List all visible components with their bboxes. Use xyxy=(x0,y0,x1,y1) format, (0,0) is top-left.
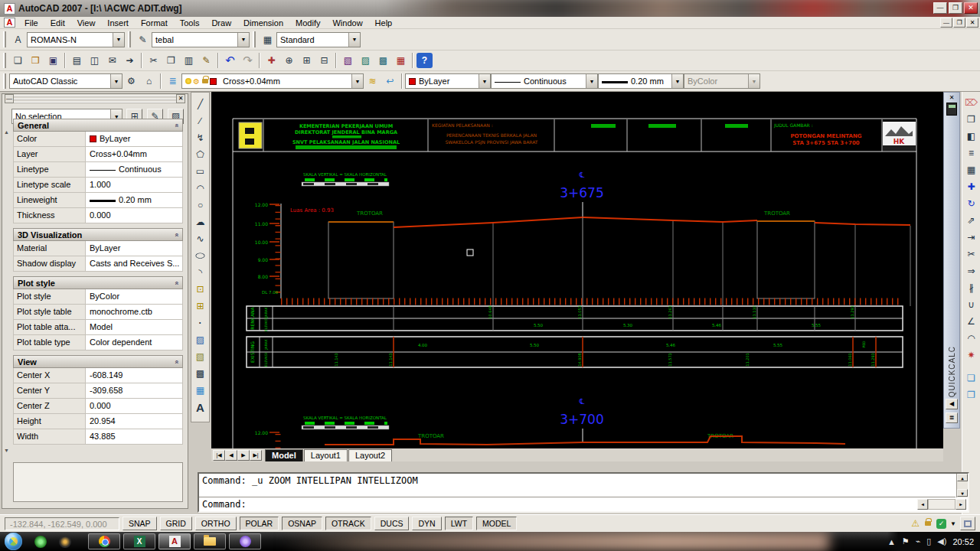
tab-layout2[interactable]: Layout2 xyxy=(348,449,392,461)
quickcalc-properties-icon[interactable]: ≣ xyxy=(946,412,958,423)
scroll-down-icon[interactable]: ▼ xyxy=(3,448,10,453)
palette-close-icon[interactable]: ✕ xyxy=(176,94,185,103)
scroll-left-icon[interactable]: ◀ xyxy=(917,499,928,510)
tab-first-icon[interactable]: |◀ xyxy=(213,450,225,461)
new-icon[interactable]: ❏ xyxy=(10,53,26,68)
menu-view[interactable]: View xyxy=(71,18,102,28)
revision-cloud-icon[interactable]: ☁ xyxy=(193,214,208,230)
quickcalc-close-icon[interactable]: ✕ xyxy=(949,94,955,101)
collapse-chevron-icon[interactable]: « xyxy=(172,233,180,236)
mirror-icon[interactable]: ◧ xyxy=(964,129,979,144)
prop-value[interactable]: ByLayer xyxy=(86,132,182,146)
network-icon[interactable]: ▯ xyxy=(926,536,931,546)
rotate-icon[interactable]: ↻ xyxy=(964,196,979,211)
mdi-restore-icon[interactable]: ❐ xyxy=(953,18,965,28)
autocad-app-icon[interactable]: A xyxy=(4,3,15,15)
prop-value[interactable]: Continuous xyxy=(86,162,182,177)
taskbar-explorer-button[interactable] xyxy=(194,533,226,549)
help-icon[interactable]: ? xyxy=(416,53,433,68)
prop-value[interactable]: Color dependent xyxy=(86,335,182,350)
layer-states-icon[interactable]: ≋ xyxy=(364,73,381,89)
command-history[interactable]: Command: _u ZOOM INTELLIPAN INTELLIZOOM xyxy=(199,474,956,497)
insert-block-icon[interactable]: ⊡ xyxy=(193,282,208,297)
collapse-chevron-icon[interactable]: « xyxy=(172,360,180,364)
scroll-up-icon[interactable]: ▲ xyxy=(3,129,10,135)
prop-value[interactable]: 1.000 xyxy=(86,178,182,192)
table-style-combo[interactable]: Standard ▼ xyxy=(276,32,361,47)
taskbar-chrome-button[interactable] xyxy=(88,533,120,549)
prop-value[interactable]: ByLayer xyxy=(86,241,182,256)
action-center-flag-icon[interactable]: ⚑ xyxy=(902,536,910,546)
section-plot-header[interactable]: Plot style « xyxy=(13,276,183,289)
taskbar-excel-button[interactable]: X xyxy=(123,533,155,549)
chevron-down-icon[interactable]: ▼ xyxy=(479,74,490,88)
stretch-icon[interactable]: ⇥ xyxy=(964,230,979,245)
tab-next-icon[interactable]: ▶ xyxy=(237,450,250,461)
window-titlebar[interactable]: A AutoCAD 2007 - [I:\ \ACWC ADIT.dwg] — … xyxy=(0,0,980,17)
command-scrollbar[interactable]: ▲ ▼ xyxy=(956,474,968,497)
dyn-toggle[interactable]: DYN xyxy=(412,517,441,530)
layer-manager-icon[interactable]: ≣ xyxy=(165,73,181,89)
toolbar-grip[interactable] xyxy=(128,31,131,48)
make-block-icon[interactable]: ⊞ xyxy=(193,298,208,314)
spline-icon[interactable]: ∿ xyxy=(193,231,208,246)
dim-style-icon[interactable]: ✎ xyxy=(135,32,151,47)
menu-window[interactable]: Window xyxy=(326,18,368,28)
menu-edit[interactable]: Edit xyxy=(44,18,71,28)
menu-file[interactable]: File xyxy=(18,18,44,28)
color-combo[interactable]: ByLayer ▼ xyxy=(405,73,491,89)
section-3d-header[interactable]: 3D Visualization « xyxy=(13,228,183,241)
redo-icon[interactable]: ↷ xyxy=(240,53,256,68)
drawing-doc-icon[interactable]: A xyxy=(4,18,15,28)
mdi-minimize-icon[interactable]: — xyxy=(940,18,952,28)
zoom-previous-icon[interactable]: ⊟ xyxy=(316,53,332,68)
polar-toggle[interactable]: POLAR xyxy=(240,517,279,530)
zoom-realtime-icon[interactable]: ⊕ xyxy=(281,53,297,68)
lineweight-combo[interactable]: 0.20 mm ▼ xyxy=(598,73,684,89)
grid-toggle[interactable]: GRID xyxy=(160,517,192,530)
camera-app-icon[interactable] xyxy=(59,536,71,548)
er­ase-icon[interactable]: ⌦ xyxy=(964,95,979,110)
menu-dimension[interactable]: Dimension xyxy=(237,18,289,28)
workspace-combo[interactable]: AutoCAD Classic ▼ xyxy=(9,73,122,89)
taskbar-autocad-button[interactable]: A xyxy=(158,533,191,549)
chamfer-icon[interactable]: ∠ xyxy=(964,314,979,329)
draworder-front-icon[interactable]: ❏ xyxy=(964,370,979,386)
menu-format[interactable]: Format xyxy=(135,18,174,28)
break-point-icon[interactable]: ∦ xyxy=(964,280,979,295)
join-icon[interactable]: ∪ xyxy=(964,297,979,312)
power-plug-icon[interactable]: ⌁ xyxy=(916,536,921,546)
prop-value[interactable]: 0.20 mm xyxy=(86,193,182,207)
chevron-down-icon[interactable]: ▼ xyxy=(113,33,124,47)
gradient-icon[interactable]: ▧ xyxy=(193,349,208,364)
menu-help[interactable]: Help xyxy=(369,18,399,28)
scroll-down-icon[interactable]: ▼ xyxy=(957,489,968,497)
scale-icon[interactable]: ⇗ xyxy=(964,213,979,228)
layer-combo[interactable]: ⚙ Cross+0.04mm ▼ xyxy=(181,73,364,89)
chevron-down-icon[interactable]: ▼ xyxy=(586,74,597,88)
trim-icon[interactable]: ✂ xyxy=(964,246,979,262)
table-style-icon[interactable]: ▦ xyxy=(260,32,276,47)
collapse-chevron-icon[interactable]: « xyxy=(172,123,180,127)
prop-value[interactable]: ByColor xyxy=(86,289,182,304)
menu-insert[interactable]: Insert xyxy=(101,18,135,28)
prop-value[interactable]: -309.658 xyxy=(86,383,182,398)
move-icon[interactable]: ✚ xyxy=(964,179,979,194)
layer-unlock-icon[interactable] xyxy=(202,79,208,83)
prop-value[interactable]: -608.149 xyxy=(86,368,182,383)
hatch-icon[interactable]: ▨ xyxy=(193,332,208,347)
undo-icon[interactable]: ↶ xyxy=(222,53,238,68)
point-icon[interactable]: · xyxy=(193,315,208,331)
speaker-icon[interactable]: ◀) xyxy=(937,536,946,546)
osnap-toggle[interactable]: OSNAP xyxy=(282,517,322,530)
palette-grip[interactable]: — ✕ xyxy=(5,96,185,103)
communication-center-icon[interactable]: ⚠ xyxy=(911,518,920,529)
sheetset-manager-icon[interactable]: ▧ xyxy=(340,53,356,68)
save-icon[interactable]: ▣ xyxy=(45,53,61,68)
draworder-back-icon[interactable]: ❐ xyxy=(964,387,979,403)
taskbar-media-button[interactable] xyxy=(229,533,261,549)
prop-value[interactable]: monochrome.ctb xyxy=(86,305,182,319)
tab-model[interactable]: Model xyxy=(265,449,303,461)
chevron-down-icon[interactable]: ▼ xyxy=(348,33,360,47)
command-hscrollbar[interactable]: ◀ ▶ xyxy=(917,499,966,510)
